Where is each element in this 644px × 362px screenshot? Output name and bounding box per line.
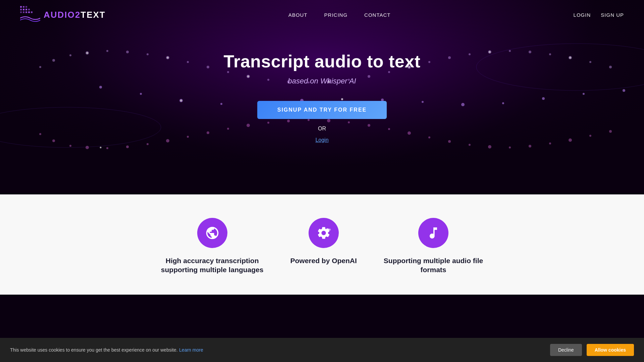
nav-login[interactable]: LOGIN xyxy=(574,12,591,18)
svg-point-38 xyxy=(488,50,491,54)
svg-rect-11 xyxy=(31,11,33,13)
svg-point-94 xyxy=(489,51,491,53)
feature-title-accuracy: High accuracy transcription supporting m… xyxy=(161,256,264,275)
svg-point-44 xyxy=(609,66,612,68)
logo-text: AUDIO2TEXT xyxy=(44,10,106,20)
svg-rect-6 xyxy=(28,9,30,10)
svg-point-87 xyxy=(583,93,585,95)
svg-rect-10 xyxy=(28,11,30,13)
svg-point-54 xyxy=(207,131,209,134)
svg-rect-0 xyxy=(20,6,22,8)
navbar: AUDIO2TEXT ABOUT PRICING CONTACT LOGIN S… xyxy=(0,0,644,29)
hero-or-text: OR xyxy=(318,126,326,132)
svg-point-78 xyxy=(220,103,222,105)
svg-point-43 xyxy=(589,61,591,63)
svg-point-86 xyxy=(542,97,545,100)
svg-point-85 xyxy=(502,102,504,104)
svg-rect-8 xyxy=(23,11,24,13)
logo[interactable]: AUDIO2TEXT xyxy=(20,6,106,23)
svg-point-65 xyxy=(428,136,430,138)
svg-rect-5 xyxy=(25,9,27,10)
svg-point-37 xyxy=(469,53,471,55)
svg-rect-3 xyxy=(20,9,22,10)
svg-point-73 xyxy=(589,135,591,137)
svg-point-40 xyxy=(529,51,531,53)
svg-rect-9 xyxy=(25,11,27,13)
svg-point-35 xyxy=(428,61,430,63)
svg-point-22 xyxy=(166,56,169,59)
feature-icon-gears xyxy=(309,218,339,248)
svg-point-46 xyxy=(52,139,55,142)
svg-point-20 xyxy=(126,51,129,53)
svg-point-77 xyxy=(179,99,183,102)
svg-point-75 xyxy=(99,86,102,88)
svg-point-66 xyxy=(448,140,451,143)
svg-point-74 xyxy=(609,130,612,133)
svg-point-97 xyxy=(180,100,182,102)
svg-point-51 xyxy=(147,143,149,145)
svg-point-67 xyxy=(469,144,471,146)
svg-point-36 xyxy=(448,56,451,59)
svg-point-39 xyxy=(509,50,511,52)
svg-point-90 xyxy=(167,57,169,59)
nav-about[interactable]: ABOUT xyxy=(288,12,308,18)
svg-point-48 xyxy=(86,146,89,149)
svg-point-88 xyxy=(623,89,625,92)
feature-card-openai: Powered by OpenAI xyxy=(290,218,357,275)
feature-icon-music xyxy=(418,218,448,248)
svg-point-13 xyxy=(0,107,161,147)
feature-title-formats: Supporting multiple audio file formats xyxy=(384,256,483,275)
features-section: High accuracy transcription supporting m… xyxy=(0,194,644,295)
svg-point-76 xyxy=(140,93,142,95)
svg-point-49 xyxy=(106,147,108,149)
svg-point-69 xyxy=(509,146,511,148)
svg-point-68 xyxy=(488,145,491,148)
svg-point-70 xyxy=(529,145,531,147)
svg-point-71 xyxy=(549,142,551,144)
nav-contact[interactable]: CONTACT xyxy=(364,12,390,18)
feature-card-accuracy: High accuracy transcription supporting m… xyxy=(161,218,264,275)
svg-point-96 xyxy=(100,147,102,148)
svg-point-19 xyxy=(106,50,108,52)
hero-title: Transcript audio to text xyxy=(224,51,421,71)
svg-point-45 xyxy=(39,133,41,135)
svg-point-50 xyxy=(126,145,129,148)
svg-point-15 xyxy=(39,66,41,68)
svg-rect-4 xyxy=(23,9,24,10)
svg-point-84 xyxy=(461,103,465,106)
nav-auth: LOGIN SIGN UP xyxy=(574,12,624,18)
svg-point-41 xyxy=(549,53,551,55)
feature-card-formats: Supporting multiple audio file formats xyxy=(384,218,483,275)
svg-rect-1 xyxy=(23,6,24,8)
nav-pricing[interactable]: PRICING xyxy=(324,12,348,18)
svg-point-53 xyxy=(187,136,189,138)
svg-point-95 xyxy=(569,57,571,59)
feature-title-openai: Powered by OpenAI xyxy=(290,256,357,265)
svg-point-23 xyxy=(187,61,189,63)
nav-signup[interactable]: SIGN UP xyxy=(601,12,624,18)
svg-point-18 xyxy=(86,51,89,55)
svg-point-83 xyxy=(422,101,424,103)
hero-subtitle: based on Whisper AI xyxy=(288,77,356,85)
hero-login-link[interactable]: Login xyxy=(315,137,328,143)
svg-point-24 xyxy=(207,66,209,68)
svg-point-52 xyxy=(166,139,169,142)
svg-point-89 xyxy=(86,52,88,54)
svg-rect-2 xyxy=(25,6,27,8)
feature-icon-globe xyxy=(197,218,227,248)
svg-point-14 xyxy=(476,44,644,90)
svg-point-16 xyxy=(52,59,55,62)
svg-point-72 xyxy=(569,138,572,142)
svg-point-42 xyxy=(569,56,572,59)
signup-cta-button[interactable]: SIGNUP AND TRY FOR FREE xyxy=(257,101,387,119)
svg-point-47 xyxy=(69,145,71,147)
nav-links: ABOUT PRICING CONTACT xyxy=(288,12,391,18)
svg-point-17 xyxy=(69,54,71,56)
svg-rect-7 xyxy=(20,11,22,13)
svg-point-21 xyxy=(147,53,149,55)
hero-content: Transcript audio to text based on Whispe… xyxy=(224,51,421,143)
